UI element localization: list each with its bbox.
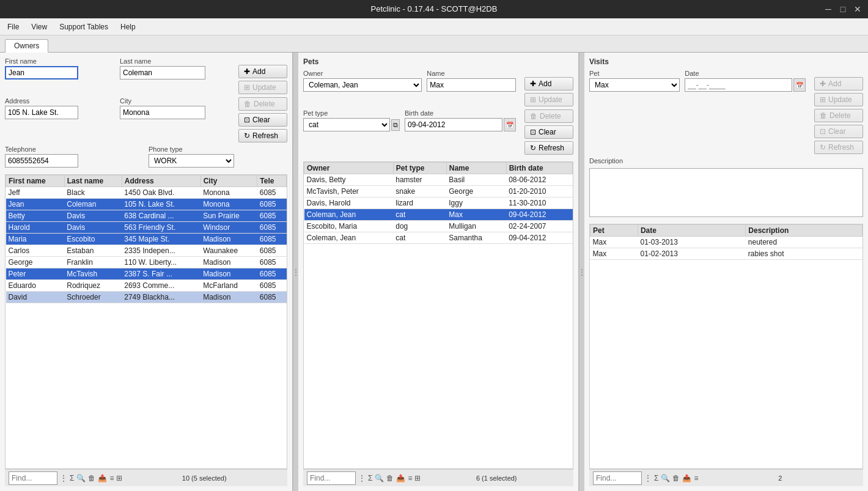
splitter-owners-pets[interactable] [293, 53, 298, 491]
table-row[interactable]: Davis, HaroldlizardIggy11-30-2010 [304, 198, 573, 209]
address-input[interactable] [5, 106, 78, 119]
owners-update-button[interactable]: ⊞ Update [238, 81, 287, 94]
delete-icon: 🗑 [244, 100, 251, 108]
col-first-name[interactable]: First name [6, 175, 65, 187]
pet-name-input[interactable] [427, 78, 516, 92]
table-row[interactable]: EduardoRodriquez2693 Comme...McFarland60… [6, 280, 287, 292]
pets-update-button[interactable]: ⊞ Update [524, 93, 573, 106]
main-content: First name Last name ✚ Add ⊞ [0, 53, 868, 491]
owners-find-input[interactable] [9, 471, 57, 485]
pets-add-button[interactable]: ✚ Add [524, 77, 573, 90]
table-row[interactable]: Max01-03-2013neutered [590, 237, 862, 248]
pets-clear-button[interactable]: ⊡ Clear [524, 125, 573, 139]
visits-find-input[interactable] [593, 471, 642, 485]
pets-col-birth[interactable]: Birth date [506, 163, 572, 174]
telephone-input[interactable] [5, 154, 78, 168]
owners-sigma-icon[interactable]: Σ [70, 474, 74, 482]
visits-dots-icon: ⋮ [644, 474, 652, 482]
owners-grid-icon[interactable]: ⊞ [116, 474, 122, 482]
table-row[interactable]: Coleman, JeancatMax09-04-2012 [304, 209, 573, 221]
col-last-name[interactable]: Last name [64, 175, 122, 187]
pets-delete-button[interactable]: 🗑 Delete [524, 109, 573, 123]
table-row[interactable]: JeanColeman105 N. Lake St.Monona6085 [6, 199, 287, 210]
owners-search-icon[interactable]: 🔍 [76, 474, 86, 482]
last-name-input[interactable] [120, 66, 205, 79]
col-city[interactable]: City [200, 175, 257, 187]
table-row[interactable]: Escobito, MariadogMulligan02-24-2007 [304, 221, 573, 232]
owners-delete-button[interactable]: 🗑 Delete [238, 97, 287, 111]
visits-trash-icon[interactable]: 🗑 [672, 474, 680, 482]
owner-select[interactable]: Coleman, Jean [303, 78, 422, 92]
visits-col-date[interactable]: Date [638, 225, 745, 237]
visits-list-icon[interactable]: ≡ [694, 474, 698, 482]
tab-owners[interactable]: Owners [5, 39, 48, 53]
table-row[interactable]: GeorgeFranklin110 W. Liberty...Madison60… [6, 257, 287, 268]
pets-find-input[interactable] [307, 471, 356, 485]
owners-list-icon[interactable]: ≡ [109, 474, 114, 482]
pets-col-name[interactable]: Name [446, 163, 506, 174]
pets-export-icon[interactable]: 📤 [396, 474, 405, 482]
pets-list-icon[interactable]: ≡ [408, 474, 412, 482]
menu-support-tables[interactable]: Support Tables [57, 21, 111, 32]
restore-button[interactable]: □ [837, 0, 848, 18]
last-name-label: Last name [120, 57, 230, 65]
owners-clear-button[interactable]: ⊡ Clear [238, 113, 287, 127]
pet-type-copy-icon[interactable]: ⧉ [391, 119, 400, 131]
table-row[interactable]: Max01-02-2013rabies shot [590, 248, 862, 260]
table-row[interactable]: Coleman, JeancatSamantha09-04-2012 [304, 232, 573, 244]
visits-clear-button[interactable]: ⊡ Clear [814, 125, 863, 138]
table-row[interactable]: DavidSchroeder2749 Blackha...Madison6085 [6, 292, 287, 303]
visits-update-button[interactable]: ⊞ Update [814, 93, 863, 106]
phone-type-select[interactable]: WORK HOME CELL [149, 154, 234, 168]
owners-refresh-button[interactable]: ↻ Refresh [238, 129, 287, 142]
menu-view[interactable]: View [29, 21, 50, 32]
table-row[interactable]: HaroldDavis563 Friendly St.Windsor6085 [6, 222, 287, 234]
visits-delete-button[interactable]: 🗑 Delete [814, 109, 863, 122]
col-address[interactable]: Address [122, 175, 200, 187]
table-row[interactable]: PeterMcTavish2387 S. Fair ...Madison6085 [6, 268, 287, 280]
visits-col-pet[interactable]: Pet [590, 225, 638, 237]
visits-export-icon[interactable]: 📤 [682, 474, 691, 482]
pet-name-label: Name [427, 70, 516, 77]
owners-trash-icon[interactable]: 🗑 [88, 474, 95, 482]
owners-export-icon[interactable]: 📤 [98, 474, 107, 482]
visits-add-button[interactable]: ✚ Add [814, 77, 863, 90]
pets-trash-icon[interactable]: 🗑 [386, 474, 394, 482]
splitter-pets-visits[interactable] [579, 53, 584, 491]
owners-add-button[interactable]: ✚ Add [238, 65, 287, 78]
visit-date-cal-button[interactable]: 📅 [793, 78, 806, 92]
birth-date-input[interactable] [405, 118, 502, 131]
visits-statusbar: ⋮ Σ 🔍 🗑 📤 ≡ 2 [589, 469, 863, 486]
pet-type-select[interactable]: cat dog hamster snake lizard [303, 118, 390, 131]
visit-date-input[interactable] [685, 78, 792, 92]
city-input[interactable] [120, 106, 205, 119]
menu-file[interactable]: File [5, 21, 21, 32]
visits-col-desc[interactable]: Description [746, 225, 862, 237]
first-name-input[interactable] [5, 66, 78, 79]
visit-pet-select[interactable]: Max [589, 78, 680, 92]
menubar: File View Support Tables Help [0, 18, 868, 35]
visit-description-area[interactable] [589, 168, 863, 217]
menu-help[interactable]: Help [118, 21, 138, 32]
table-row[interactable]: McTavish, PetersnakeGeorge01-20-2010 [304, 186, 573, 198]
table-row[interactable]: Davis, BettyhamsterBasil08-06-2012 [304, 174, 573, 186]
table-row[interactable]: BettyDavis638 Cardinal ...Sun Prairie608… [6, 210, 287, 222]
minimize-button[interactable]: ─ [823, 0, 834, 18]
birth-date-cal-button[interactable]: 📅 [504, 118, 516, 131]
close-button[interactable]: ✕ [852, 0, 863, 18]
table-row[interactable]: MariaEscobito345 Maple St.Madison6085 [6, 234, 287, 245]
visits-refresh-button[interactable]: ↻ Refresh [814, 141, 863, 154]
pets-grid-icon[interactable]: ⊞ [414, 474, 421, 482]
pets-refresh-button[interactable]: ↻ Refresh [524, 141, 573, 155]
owner-field-label: Owner [303, 70, 422, 77]
table-row[interactable]: CarlosEstaban2335 Indepen...Waunakee6085 [6, 245, 287, 257]
col-tele[interactable]: Tele [257, 175, 287, 187]
pets-search-icon[interactable]: 🔍 [375, 474, 384, 482]
visits-sigma-icon[interactable]: Σ [654, 474, 658, 482]
pets-col-type[interactable]: Pet type [393, 163, 446, 174]
owners-dots-icon: ⋮ [60, 474, 67, 482]
table-row[interactable]: JeffBlack1450 Oak Blvd.Monona6085 [6, 187, 287, 199]
visits-search-icon[interactable]: 🔍 [661, 474, 670, 482]
pets-col-owner[interactable]: Owner [304, 163, 394, 174]
pets-sigma-icon[interactable]: Σ [368, 474, 372, 482]
